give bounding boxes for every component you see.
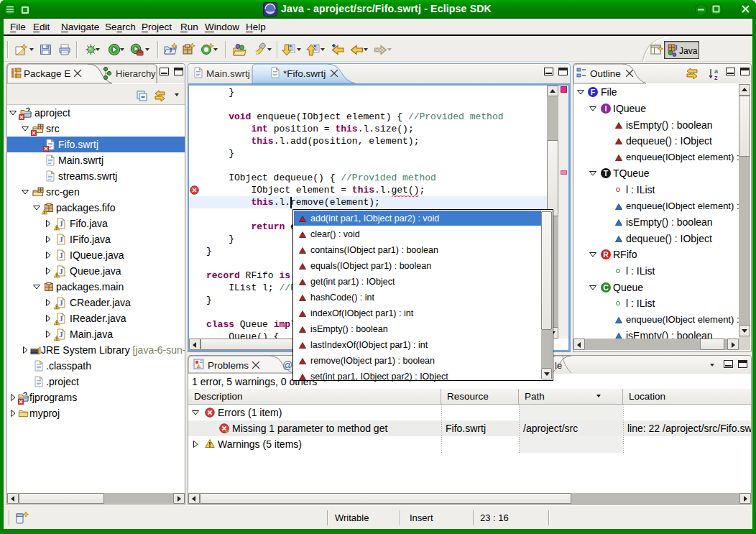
svg-text:z: z [714,74,718,80]
svg-text:J: J [169,47,172,54]
svg-text:J: J [674,44,678,52]
